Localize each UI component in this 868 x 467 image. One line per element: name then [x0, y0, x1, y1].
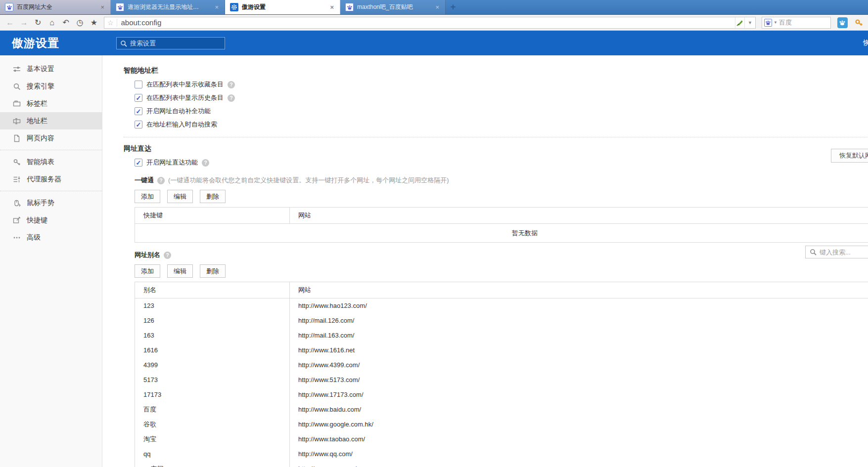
- alias-table-row[interactable]: qqhttp://www.qq.com/: [135, 447, 868, 462]
- alias-table-header: 别名 网站: [135, 282, 868, 298]
- edit-button[interactable]: 编辑: [167, 264, 193, 278]
- more-icon: [13, 234, 21, 242]
- col-header-alias: 别名: [135, 282, 290, 298]
- alias-table-row[interactable]: 谷歌http://www.google.com.hk/: [135, 417, 868, 432]
- sidebar-item-label: 高级: [27, 233, 41, 242]
- checkbox[interactable]: ✓: [135, 107, 142, 115]
- undo-icon[interactable]: ↶: [60, 17, 72, 29]
- back-icon[interactable]: ←: [4, 17, 16, 29]
- alias-cell: 淘宝: [135, 432, 290, 447]
- alias-table-row[interactable]: 4399http://www.4399.com/: [135, 358, 868, 373]
- sidebar-item-6[interactable]: 代理服务器: [0, 170, 102, 188]
- option-row: ✓开启网址直达功能?: [135, 158, 868, 167]
- sidebar-item-7[interactable]: 鼠标手势: [0, 194, 102, 212]
- restore-default-alias-button[interactable]: 恢复默认网址别名: [831, 149, 868, 163]
- tab-close-icon[interactable]: ×: [213, 3, 221, 11]
- tab-title: 傲游设置: [242, 3, 266, 11]
- quick-search-input[interactable]: [779, 19, 828, 26]
- alias-table-row[interactable]: 163http://mail.163.com/: [135, 328, 868, 343]
- quick-search-box[interactable]: ▼: [762, 17, 831, 29]
- browser-toolbar: ← → ↻ ⌂ ↶ ◷ ★ ☆ ▼ ▼: [0, 15, 868, 31]
- alias-cell: 123: [135, 298, 290, 313]
- alias-search-box[interactable]: [805, 246, 868, 258]
- alias-table-row[interactable]: qq空间http://qzone.qq.com/: [135, 462, 868, 467]
- new-tab-button[interactable]: +: [446, 0, 460, 14]
- sidebar-item-label: 基本设置: [27, 65, 54, 74]
- sidebar-item-label: 地址栏: [27, 117, 47, 126]
- address-bar[interactable]: ☆ ▼: [104, 17, 756, 29]
- website-cell: http://www.17173.com/: [290, 387, 868, 402]
- sidebar-item-8[interactable]: 快捷键: [0, 212, 102, 229]
- settings-search-input[interactable]: [130, 40, 221, 47]
- option-label: 开启网址直达功能: [146, 158, 198, 167]
- address-input[interactable]: [117, 18, 735, 27]
- help-icon[interactable]: ?: [202, 159, 209, 167]
- add-button[interactable]: 添加: [135, 264, 160, 278]
- col-header-website: 网站: [290, 208, 868, 224]
- sidebar-item-5[interactable]: 智能填表: [0, 153, 102, 170]
- tab-close-icon[interactable]: ×: [433, 3, 441, 11]
- sniffer-dropdown-icon[interactable]: ▼: [744, 17, 755, 28]
- sidebar-item-3[interactable]: 地址栏: [0, 112, 102, 129]
- alias-table-row[interactable]: 123http://www.hao123.com/: [135, 298, 868, 313]
- alias-table-row[interactable]: 淘宝http://www.taobao.com/: [135, 432, 868, 447]
- browser-tab-bar: 百度网址大全 × 遨游浏览器无法显示地址栏_百... × 傲游设置 × maxt…: [0, 0, 868, 15]
- sidebar-item-label: 网页内容: [27, 134, 54, 143]
- onekey-note: (一键通功能将会取代您之前自定义快捷键设置。支持一键打开多个网址，每个网址之间用…: [168, 176, 449, 185]
- sidebar-item-0[interactable]: 基本设置: [0, 60, 102, 78]
- refresh-icon[interactable]: ↻: [32, 17, 44, 29]
- alias-table-row[interactable]: 5173http://www.5173.com/: [135, 373, 868, 387]
- tab-close-icon[interactable]: ×: [98, 3, 106, 11]
- tab-close-icon[interactable]: ×: [328, 3, 336, 11]
- edit-button[interactable]: 编辑: [167, 190, 193, 203]
- bookmark-star-icon[interactable]: ☆: [104, 19, 117, 27]
- add-button[interactable]: 添加: [135, 190, 160, 203]
- restore-defaults-link[interactable]: 恢复默认设置: [863, 39, 868, 47]
- forward-icon[interactable]: →: [18, 17, 30, 29]
- checkbox[interactable]: ✓: [135, 159, 142, 167]
- engine-dropdown-icon[interactable]: ▼: [774, 20, 777, 25]
- alias-table-row[interactable]: 1616http://www.1616.net: [135, 343, 868, 358]
- paw-icon: [116, 3, 124, 11]
- addressbar-icon: [13, 117, 21, 125]
- home-icon[interactable]: ⌂: [46, 17, 58, 29]
- help-icon[interactable]: ?: [164, 252, 171, 259]
- mouse-icon: [13, 199, 21, 207]
- checkbox[interactable]: [135, 81, 142, 88]
- checkbox[interactable]: ✓: [135, 121, 142, 128]
- website-cell: http://mail.126.com/: [290, 313, 868, 328]
- sidebar-item-2[interactable]: 标签栏: [0, 95, 102, 112]
- website-cell: http://mail.163.com/: [290, 328, 868, 343]
- alias-search-input[interactable]: [820, 249, 868, 256]
- sidebar-item-label: 代理服务器: [27, 175, 61, 184]
- alias-subheader: 网址别名 ?: [135, 251, 868, 259]
- browser-tab[interactable]: 百度网址大全 ×: [0, 0, 111, 14]
- browser-tab[interactable]: 遨游浏览器无法显示地址栏_百... ×: [111, 0, 225, 14]
- favorites-icon[interactable]: ★: [88, 17, 100, 29]
- sniffer-feather-icon[interactable]: [735, 18, 744, 27]
- help-icon[interactable]: ?: [157, 177, 165, 184]
- alias-table-row[interactable]: 17173http://www.17173.com/: [135, 387, 868, 402]
- magic-fill-key-icon[interactable]: [854, 17, 865, 28]
- alias-table-row[interactable]: 百度http://www.baidu.com/: [135, 402, 868, 417]
- delete-button[interactable]: 删除: [200, 190, 226, 203]
- sidebar-item-1[interactable]: 搜索引擎: [0, 78, 102, 95]
- search-engine-icon[interactable]: [764, 19, 772, 27]
- help-icon[interactable]: ?: [228, 81, 235, 88]
- browser-tab[interactable]: maxthon吧_百度贴吧 ×: [340, 0, 446, 14]
- sidebar-item-4[interactable]: 网页内容: [0, 129, 102, 147]
- onekey-subheader: 一键通 ? (一键通功能将会取代您之前自定义快捷键设置。支持一键打开多个网址，每…: [135, 176, 868, 185]
- alias-cell: 1616: [135, 343, 290, 358]
- help-icon[interactable]: ?: [228, 94, 235, 102]
- website-cell: http://www.1616.net: [290, 343, 868, 358]
- passport-icon[interactable]: [837, 17, 848, 28]
- browser-tab[interactable]: 傲游设置 ×: [225, 0, 340, 14]
- delete-button[interactable]: 删除: [200, 264, 226, 278]
- history-icon[interactable]: ◷: [74, 17, 86, 29]
- alias-table-row[interactable]: 126http://mail.126.com/: [135, 313, 868, 328]
- sidebar-item-label: 标签栏: [27, 99, 47, 108]
- settings-search-box[interactable]: [116, 37, 225, 49]
- sidebar-item-9[interactable]: 高级: [0, 229, 102, 246]
- checkbox[interactable]: ✓: [135, 94, 142, 102]
- option-row: ✓在匹配列表中显示历史条目?: [135, 93, 868, 102]
